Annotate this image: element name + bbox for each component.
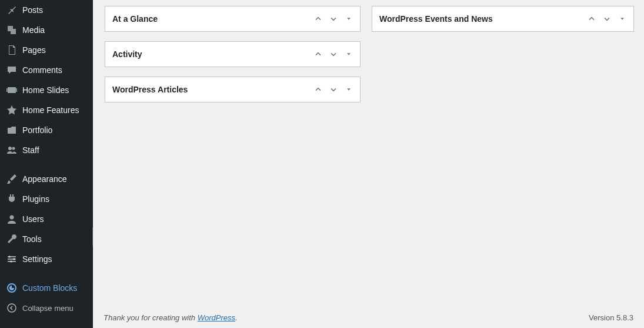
footer-wordpress-link[interactable]: WordPress <box>198 313 235 322</box>
sidebar-item-users[interactable]: Users <box>0 209 93 229</box>
sidebar-item-label: Plugins <box>22 194 49 204</box>
svg-point-3 <box>8 147 12 150</box>
move-down-icon[interactable] <box>328 49 339 59</box>
sidebar-item-home-features[interactable]: Home Features <box>0 100 93 120</box>
admin-footer: Thank you for creating with WordPress. V… <box>93 307 644 328</box>
footer-thanks-prefix: Thank you for creating with <box>104 313 198 322</box>
media-icon <box>6 24 18 36</box>
metabox-title: At a Glance <box>112 14 158 24</box>
sidebar-item-label: Appearance <box>22 174 67 184</box>
sidebar-item-comments[interactable]: Comments <box>0 60 93 80</box>
sidebar-item-staff[interactable]: Staff <box>0 140 93 160</box>
svg-point-7 <box>13 258 15 260</box>
sidebar-item-label: Settings <box>22 254 52 264</box>
svg-point-10 <box>8 304 16 312</box>
svg-rect-0 <box>8 87 16 93</box>
move-down-icon[interactable] <box>328 84 339 95</box>
menu-separator <box>0 160 93 169</box>
metabox-title: WordPress Articles <box>112 85 188 94</box>
sidebar-item-settings[interactable]: Settings <box>0 249 93 269</box>
move-down-icon[interactable] <box>602 14 612 24</box>
move-up-icon[interactable] <box>586 14 597 24</box>
sidebar-item-label: Portfolio <box>22 125 52 135</box>
sidebar-item-plugins[interactable]: Plugins <box>0 189 93 209</box>
move-up-icon[interactable] <box>313 14 323 24</box>
move-up-icon[interactable] <box>313 49 323 59</box>
star-icon <box>6 104 18 116</box>
metabox-activity: Activity <box>105 41 361 67</box>
sidebar-item-label: Comments <box>22 65 62 75</box>
pages-icon <box>6 44 18 56</box>
sidebar-item-appearance[interactable]: Appearance <box>0 169 93 189</box>
sidebar-item-label: Users <box>22 214 44 224</box>
sidebar-item-label: Home Features <box>22 105 79 115</box>
metabox-at-a-glance: At a Glance <box>105 6 361 32</box>
brush-icon <box>6 173 18 185</box>
sidebar-item-label: Home Slides <box>22 85 69 95</box>
metabox-title: WordPress Events and News <box>379 14 493 24</box>
user-icon <box>6 213 18 225</box>
menu-separator <box>0 269 93 278</box>
svg-rect-2 <box>16 88 18 92</box>
metabox-title: Activity <box>112 49 142 59</box>
comment-icon <box>6 64 18 76</box>
svg-point-5 <box>10 216 14 220</box>
dashboard-column-left: At a Glance Activity WordPress Articles <box>105 6 361 112</box>
pin-icon <box>6 4 18 16</box>
sidebar-item-label: Media <box>22 25 45 35</box>
sidebar-item-media[interactable]: Media <box>0 20 93 40</box>
portfolio-icon <box>6 124 18 136</box>
sliders-icon <box>6 253 18 265</box>
sidebar-item-label: Posts <box>22 5 43 15</box>
footer-version: Version 5.8.3 <box>589 313 633 322</box>
svg-rect-1 <box>6 88 8 92</box>
wrench-icon <box>6 233 18 245</box>
toggle-icon[interactable] <box>343 84 354 95</box>
sidebar-item-posts[interactable]: Posts <box>0 0 93 20</box>
svg-point-6 <box>8 256 11 258</box>
sidebar-item-label: Pages <box>22 45 46 55</box>
plug-icon <box>6 193 18 205</box>
collapse-menu-button[interactable]: Collapse menu <box>0 298 93 318</box>
move-up-icon[interactable] <box>313 84 323 95</box>
sidebar-item-home-slides[interactable]: Home Slides <box>0 80 93 100</box>
collapse-icon <box>6 302 18 314</box>
admin-sidebar: Posts Media Pages Comments Home Slides H… <box>0 0 93 328</box>
collapse-label: Collapse menu <box>22 304 74 313</box>
metabox-controls <box>313 14 354 24</box>
slides-icon <box>6 84 18 96</box>
svg-point-8 <box>10 260 12 263</box>
svg-point-4 <box>12 147 15 150</box>
sidebar-item-label: Custom Blocks <box>22 283 77 293</box>
sidebar-item-pages[interactable]: Pages <box>0 40 93 60</box>
sidebar-item-label: Staff <box>22 145 39 155</box>
toggle-icon[interactable] <box>343 14 354 24</box>
toggle-icon[interactable] <box>617 14 628 24</box>
footer-thanks: Thank you for creating with WordPress. <box>104 313 238 322</box>
main-content: At a Glance Activity WordPress Articles <box>93 0 644 328</box>
sidebar-item-tools[interactable]: Tools <box>0 229 93 249</box>
sidebar-item-custom-blocks[interactable]: Custom Blocks <box>0 278 93 298</box>
metabox-controls <box>313 84 354 95</box>
genesis-icon <box>6 282 18 294</box>
dashboard-column-right: WordPress Events and News <box>372 6 634 41</box>
metabox-wordpress-events-news: WordPress Events and News <box>372 6 634 32</box>
sidebar-item-label: Tools <box>22 234 42 244</box>
metabox-controls <box>586 14 628 24</box>
metabox-wordpress-articles: WordPress Articles <box>105 77 361 102</box>
toggle-icon[interactable] <box>343 49 354 59</box>
footer-thanks-suffix: . <box>235 313 238 322</box>
sidebar-item-portfolio[interactable]: Portfolio <box>0 120 93 140</box>
group-icon <box>6 144 18 156</box>
metabox-controls <box>313 49 354 59</box>
move-down-icon[interactable] <box>328 14 339 24</box>
